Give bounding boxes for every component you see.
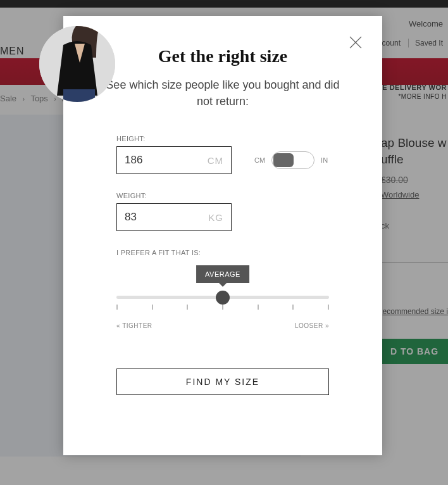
- unit-toggle-group: CM IN: [254, 151, 328, 169]
- slider-tighter-label: « TIGHTER: [116, 322, 152, 329]
- unit-in-label: IN: [321, 156, 328, 164]
- fit-slider[interactable]: AVERAGE: [116, 273, 329, 317]
- avatar-figure-icon: [39, 26, 115, 102]
- slider-thumb[interactable]: [216, 291, 230, 305]
- weight-input-wrap[interactable]: KG: [116, 203, 232, 231]
- toggle-knob: [273, 153, 294, 167]
- weight-unit: KG: [208, 212, 223, 223]
- weight-label: WEIGHT:: [116, 192, 329, 199]
- close-icon: [348, 35, 363, 50]
- product-avatar: [39, 26, 115, 102]
- size-form: HEIGHT: CM CM IN WEIGHT: KG I PREFER A F…: [63, 110, 382, 329]
- find-size-button[interactable]: FIND MY SIZE: [116, 368, 329, 395]
- unit-toggle[interactable]: [271, 151, 314, 169]
- weight-input[interactable]: [125, 211, 175, 224]
- unit-cm-label: CM: [254, 156, 265, 164]
- slider-looser-label: LOOSER »: [295, 322, 329, 329]
- height-label: HEIGHT:: [116, 135, 329, 142]
- fit-label: I PREFER A FIT THAT IS:: [116, 249, 329, 256]
- slider-ticks: [116, 305, 329, 310]
- height-input-wrap[interactable]: CM: [116, 146, 232, 174]
- close-button[interactable]: [348, 35, 363, 53]
- height-input[interactable]: [125, 154, 175, 167]
- height-unit: CM: [208, 155, 223, 166]
- size-modal: Get the right size See which size people…: [63, 16, 382, 455]
- slider-tooltip: AVERAGE: [196, 265, 249, 283]
